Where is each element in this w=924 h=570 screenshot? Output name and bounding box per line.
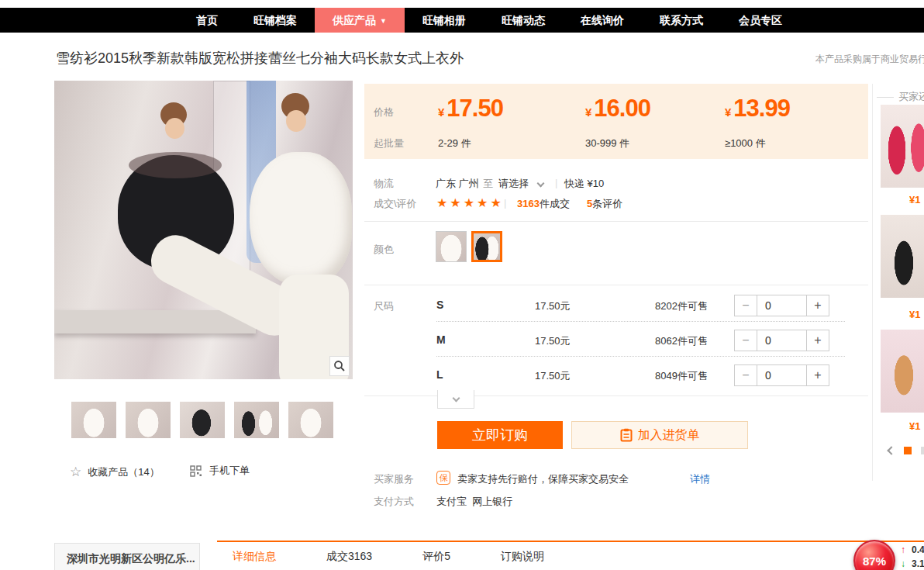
quantity-stepper: − 0 + [734,330,829,351]
nav-item-inquiry[interactable]: 在线询价 [563,8,642,33]
size-name: L [436,368,443,381]
related-product-3[interactable] [881,330,924,413]
price-label: 价格 [374,105,394,119]
nav-item-albums[interactable]: 旺铺相册 [405,8,484,33]
tab-detail-info[interactable]: 详细信息 [233,542,276,570]
offer-panel: 价格 ¥17.50 ¥16.00 ¥13.99 起批量 2-29 件 30-99… [364,84,868,518]
pager-dot-active[interactable] [904,447,912,454]
size-row-s: S 17.50元 8202件可售 − 0 + [364,293,868,316]
model-right-face [286,110,306,132]
pager-dot[interactable] [921,447,924,454]
minus-button[interactable]: − [734,364,757,386]
sidebar-pager [888,447,924,454]
quantity-input[interactable]: 0 [757,295,806,316]
nav-item-member-zone[interactable]: 会员专区 [721,8,800,33]
add-to-cart-label: 加入进货单 [638,427,700,444]
minus-button[interactable]: − [734,330,757,351]
mobile-order-label: 手机下单 [209,464,250,478]
thumbnail-1[interactable] [71,402,116,438]
color-swatch-1[interactable] [436,231,467,262]
color-label: 颜色 [374,243,394,257]
express-fee: 快递 ¥10 [564,177,604,191]
deal-count[interactable]: 3163件成交 [517,197,570,211]
order-now-button[interactable]: 立即订购 [437,421,563,449]
company-name-box[interactable]: 深圳市光明新区公明亿乐... [54,543,200,570]
divider [364,285,868,285]
ship-from: 广东 广州 [436,177,479,191]
quantity-stepper: − 0 + [734,364,829,386]
plus-button[interactable]: + [806,364,829,386]
review-count[interactable]: 5条评价 [587,197,622,211]
favorite-product[interactable]: ☆ 收藏产品（14） [70,464,160,480]
star-rating-icon: ★★★★★ [436,195,504,210]
thumbnail-2[interactable] [126,402,171,438]
thumbnail-3[interactable] [180,402,225,438]
divider: | [504,197,506,209]
dotted-divider [436,356,845,357]
mobile-order[interactable]: 手机下单 [190,464,250,478]
size-stock: 8049件可售 [655,369,708,383]
currency-symbol: ¥ [585,105,591,119]
guarantee-badge-icon: 保 [436,471,450,485]
chevron-left-icon[interactable] [887,446,895,454]
size-stock: 8202件可售 [655,299,708,313]
tab-deals[interactable]: 成交3163 [326,542,372,570]
thumbnail-strip [71,402,333,438]
nav-item-home[interactable]: 首页 [178,8,236,33]
plus-button[interactable]: + [806,295,829,316]
moq-tier-2: 30-999 件 [585,136,629,150]
trade-notice: 本产品采购属于商业贸易行 [815,53,924,66]
buyer-service-label: 买家服务 [374,472,414,486]
also-like-sidebar: 买家还 ¥1 ¥1 ¥1 [872,84,924,481]
ship-to-label: 至 [483,177,493,191]
sidebar-title: 买家还 [877,90,924,104]
tab-order-notes[interactable]: 订购说明 [501,542,544,570]
dotted-divider [436,321,845,322]
size-price: 17.50元 [535,299,571,313]
minus-button[interactable]: − [734,295,757,316]
sidebar-title-text: 买家还 [898,90,924,104]
size-price: 17.50元 [535,334,571,348]
color-swatch-2-selected[interactable] [471,231,502,262]
down-value: 3.1 [912,558,924,569]
nav-item-updates[interactable]: 旺铺动态 [484,8,563,33]
price-box: 价格 ¥17.50 ¥16.00 ¥13.99 起批量 2-29 件 30-99… [364,84,868,159]
thumbnail-5[interactable] [288,402,333,438]
payment-methods: 支付宝 网上银行 [436,495,512,509]
page: 首页 旺铺档案 供应产品▼ 旺铺相册 旺铺动态 在线询价 联系方式 会员专区 雪… [0,0,924,570]
main-product-image[interactable] [54,81,353,379]
deal-count-number: 3163 [517,198,540,209]
add-to-cart-button[interactable]: 加入进货单 [571,421,748,449]
related-product-2[interactable] [881,215,924,298]
price-tier-2: ¥16.00 [585,95,650,123]
nav-item-contact[interactable]: 联系方式 [642,8,721,33]
thumbnail-4[interactable] [234,402,279,438]
rating-row: 成交\评价 ★★★★★ | 3163件成交 5条评价 [364,195,868,212]
chevron-down-icon [452,394,460,402]
quantity-input[interactable]: 0 [757,364,806,386]
plus-button[interactable]: + [806,330,829,351]
quantity-input[interactable]: 0 [757,330,806,351]
buyer-service-row: 买家服务 保 卖家支持先行赔付，保障买家交易安全 详情 [364,472,868,487]
destination-select[interactable]: 请选择 [498,177,529,191]
nav-item-products[interactable]: 供应产品▼ [315,8,405,33]
guarantee-text: 卖家支持先行赔付，保障买家交易安全 [457,472,629,486]
magnifier-icon[interactable] [329,356,350,376]
price-value: 13.99 [733,95,790,122]
size-price: 17.50元 [535,369,571,383]
detail-tabbar: 详细信息 成交3163 评价5 订购说明 [217,541,924,570]
model-left-face [165,118,184,139]
chevron-down-icon[interactable] [537,180,545,188]
logistics-row: 物流 广东 广州 至 请选择 | 快递 ¥10 [364,176,868,192]
nav-item-shop-profile[interactable]: 旺铺档案 [236,8,315,33]
quantity-stepper: − 0 + [734,295,829,316]
clipboard-icon [620,428,633,442]
related-product-1[interactable] [881,105,924,188]
divider: | [555,177,557,188]
payment-label: 支付方式 [374,495,414,509]
details-link[interactable]: 详情 [690,472,710,486]
tab-reviews[interactable]: 评价5 [422,542,450,570]
deal-count-suffix: 件成交 [540,198,570,209]
price-value: 17.50 [446,95,503,122]
expand-sizes-button[interactable] [437,390,474,409]
